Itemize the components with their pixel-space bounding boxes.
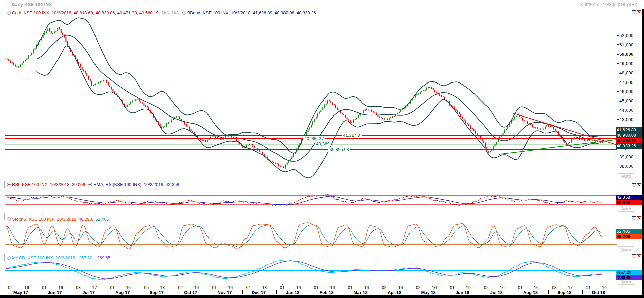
legend-collapse-icon[interactable]	[7, 256, 11, 260]
month-label: Mar 18	[345, 290, 376, 295]
price-value-box: 40,333.26	[616, 143, 642, 149]
month-label: Jul 18	[481, 290, 512, 295]
day-label: 04	[246, 285, 251, 290]
price-tick-label: 44,000	[617, 108, 633, 113]
window-bottom-border	[0, 295, 644, 298]
legend-collapse-icon[interactable]	[7, 217, 11, 221]
rsi-legend-item[interactable]: RSI, KSE 100 INX, 10/3/2018, 39.009,	[12, 182, 86, 187]
day-label: 02	[416, 285, 421, 290]
stoch-k-line	[6, 223, 602, 249]
price-auto-scale-button[interactable]: Auto	[618, 173, 634, 179]
day-label: 02	[178, 285, 183, 290]
month-label: Aug 17	[107, 290, 138, 295]
price-tick-label: 46,000	[617, 89, 633, 94]
day-label: 16	[500, 285, 505, 290]
month-label: Aug 18	[515, 290, 546, 295]
price-tick-label: 39,000	[617, 154, 633, 159]
panel-separator	[0, 180, 642, 180]
rsi-legend-item[interactable]: EMA, RSI(KSE 100 INX), 10/3/2018, 42.358	[93, 182, 179, 187]
legend-collapse-icon[interactable]	[7, 11, 11, 15]
month-label: Sep 17	[141, 290, 172, 295]
price-tick-label: 45,000	[617, 98, 633, 103]
price-tick-label: 52,000	[617, 33, 633, 38]
rsi-value-box: 39.009	[616, 200, 642, 205]
macd-signal-line	[6, 261, 602, 279]
price-tick-label: 43,000	[617, 117, 633, 122]
support-resistance-label: 41,317.8	[342, 133, 362, 138]
stoch-value-box: 46.298	[616, 234, 642, 239]
price-panel-legend: Cndl, KSE 100 INX, 10/3/2018, 40,818.60,…	[7, 10, 318, 17]
rsi-panel-legend: RSI, KSE 100 INX, 10/3/2018, 39.009,EMA,…	[7, 182, 181, 189]
chart-canvas[interactable]	[0, 0, 644, 298]
stoch-legend-item[interactable]: 52.405	[95, 217, 109, 222]
price-legend-item[interactable]: BBand, KSE 100 INX, 10/3/2018, 41,626.89…	[187, 10, 316, 15]
close-panel-icon[interactable]: ✕	[637, 10, 641, 14]
day-label: 16	[194, 285, 199, 290]
minimize-panel-icon[interactable]: ▁	[632, 216, 636, 220]
rsi-value-box: 42.358	[616, 195, 642, 200]
month-label: May 18	[413, 290, 444, 295]
candle-wicks-down	[6, 27, 601, 168]
month-label: Feb 18	[311, 290, 342, 295]
price-value-box: 40,980.08	[616, 133, 642, 138]
month-label: Nov 17	[209, 290, 240, 295]
macd-legend-item[interactable]: -269.65	[96, 255, 110, 260]
day-label: 16	[432, 285, 437, 290]
minimize-panel-icon[interactable]: ▁	[632, 10, 636, 14]
price-legend-item[interactable]: Cndl, KSE 100 INX, 10/3/2018, 40,818.60,…	[12, 10, 160, 15]
month-label: Jan 18	[277, 290, 308, 295]
month-label: Oct 17	[175, 290, 206, 295]
minimize-panel-icon[interactable]: ▁	[632, 254, 636, 258]
day-label: 03	[76, 285, 81, 290]
candle-wicks-up	[19, 27, 602, 168]
panel-separator	[0, 284, 642, 284]
day-label: 01	[586, 285, 591, 290]
macd-legend-item[interactable]: MACD, KSE 100 INX, 10/3/2018, -267.20,	[12, 255, 93, 260]
macd-panel-legend: MACD, KSE 100 INX, 10/3/2018, -267.20,-2…	[7, 255, 112, 262]
support-resistance-label: 39,805.08	[328, 147, 350, 152]
day-label: 17	[92, 285, 97, 290]
month-label: May 17	[5, 290, 36, 295]
legend-collapse-icon[interactable]	[7, 183, 11, 186]
day-label: 16	[24, 285, 29, 290]
day-label: 16	[126, 285, 131, 290]
candle-bodies-up	[18, 28, 603, 168]
day-label: 16	[602, 285, 607, 290]
day-label: 18	[262, 285, 267, 290]
stoch-d-line	[6, 225, 602, 247]
day-label: 03	[552, 285, 557, 290]
day-label: 16	[534, 285, 539, 290]
support-resistance-label: 40,966.27	[303, 136, 325, 141]
day-label: 16	[296, 285, 301, 290]
panel-drag-handle[interactable]	[1, 213, 5, 220]
close-panel-icon[interactable]: ✕	[637, 183, 641, 187]
green-trendline[interactable]	[499, 140, 617, 154]
day-label: 16	[330, 285, 335, 290]
support-resistance-label: 40,369	[315, 141, 331, 146]
stoch-panel-legend: StochS, KSE 100 INX, 10/3/2018, 46.298,5…	[7, 217, 111, 223]
rsi-auto-scale-button[interactable]: Auto	[618, 206, 634, 212]
price-tick-label: 51,000	[617, 42, 633, 47]
day-label: 02	[484, 285, 489, 290]
panel-drag-handle[interactable]	[1, 254, 5, 261]
stoch-legend-item[interactable]: StochS, KSE 100 INX, 10/3/2018, 46.298,	[12, 217, 93, 222]
stoch-value-box: 52.405	[616, 229, 642, 234]
stoch-panel-controls: ▁✕	[632, 216, 641, 220]
day-label: 01	[42, 285, 47, 290]
price-panel-controls: ▁✕	[632, 10, 641, 14]
legend-collapse-icon[interactable]	[182, 11, 186, 15]
day-label: 16	[58, 285, 63, 290]
close-panel-icon[interactable]: ✕	[637, 216, 641, 220]
minimize-panel-icon[interactable]: ▁	[632, 183, 636, 187]
macd-value-box: -269.65	[616, 275, 642, 280]
day-label: 02	[8, 285, 13, 290]
candle-bodies-down	[5, 28, 601, 168]
close-panel-icon[interactable]: ✕	[637, 254, 641, 258]
month-label: Jul 17	[73, 290, 104, 295]
stoch-auto-scale-button[interactable]: Auto	[618, 246, 634, 252]
month-label: Jun 18	[447, 290, 478, 295]
rsi-panel-controls: ▁✕	[632, 183, 641, 187]
panel-drag-handle[interactable]	[1, 181, 5, 188]
legend-collapse-icon[interactable]	[88, 183, 92, 186]
price-legend-item[interactable]: N/A, N/A,	[162, 10, 180, 15]
